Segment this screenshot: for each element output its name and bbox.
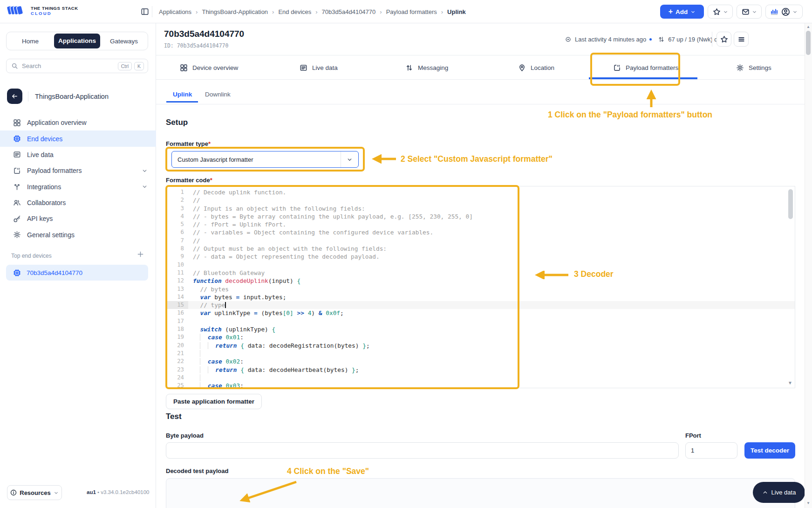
updown-icon	[405, 64, 413, 72]
formatter-code-editor[interactable]: 1// Decode uplink function.2//3// Input …	[166, 186, 795, 388]
line-number: 15	[167, 301, 188, 309]
hamburger-menu-icon	[738, 36, 745, 43]
editor-scrollbar-thumb[interactable]	[788, 189, 793, 219]
tab-label: Location	[531, 64, 554, 71]
code-line-23: 23 return { data: decodeHeartbeat(bytes)…	[167, 366, 795, 374]
search-icon	[11, 62, 18, 69]
tab-uplink[interactable]: Uplink	[173, 88, 192, 101]
editor-scroll-down-icon[interactable]: ▼	[788, 380, 792, 385]
formatter-code-label: Formatter code*	[166, 177, 212, 184]
grid-icon	[180, 64, 188, 72]
gear-icon	[736, 64, 744, 72]
breadcrumb-item-uplink[interactable]: Uplink	[447, 8, 466, 15]
back-button[interactable]	[7, 89, 22, 104]
sidebar-tab-applications[interactable]: Applications	[54, 34, 100, 48]
code-line-19: 19 case 0x01:	[167, 333, 795, 341]
scroll-down-icon[interactable]: ▼	[805, 501, 812, 505]
breadcrumb-item-end-devices[interactable]: End devices	[278, 8, 311, 15]
breadcrumb-item-applications[interactable]: Applications	[159, 8, 191, 15]
code-text: case 0x02:	[188, 357, 244, 365]
annotation-arrow-left-select	[368, 154, 398, 164]
list-icon	[13, 151, 21, 158]
add-button[interactable]: + Add	[660, 5, 704, 19]
code-token: case	[208, 334, 222, 341]
main-scrollbar-thumb[interactable]	[806, 31, 811, 55]
paste-application-formatter-button[interactable]: Paste application formatter	[166, 394, 262, 409]
test-decoder-button[interactable]: Test decoder	[744, 442, 795, 459]
breadcrumb-item-payload-formatters[interactable]: Payload formatters	[386, 8, 437, 15]
device-menu-button[interactable]	[734, 32, 749, 47]
tab-messaging[interactable]: Messaging	[405, 57, 448, 78]
line-number: 12	[167, 277, 188, 285]
chevron-down-icon	[752, 9, 757, 14]
sidebar-item-label: Application overview	[27, 119, 87, 126]
main-scrollbar[interactable]	[805, 23, 812, 508]
code-token: {	[297, 277, 300, 284]
account-menu-button[interactable]	[765, 5, 803, 19]
breadcrumb-item-70b3d5a4d4104770[interactable]: 70b3d5a4d4104770	[322, 8, 376, 15]
code-text: switch (uplinkType) {	[188, 325, 275, 333]
line-number: 22	[167, 357, 188, 365]
fport-input[interactable]	[685, 442, 737, 459]
plus-icon: +	[669, 7, 673, 16]
downlink-tab-label: Downlink	[205, 91, 231, 98]
code-text: var bytes = input.bytes;	[188, 293, 286, 301]
bookmark-device-button[interactable]	[716, 32, 731, 47]
sidebar-item-top-device[interactable]: 70b3d5a4d4104770	[6, 265, 148, 281]
resources-button[interactable]: Resources	[7, 485, 62, 500]
code-line-13: 13 // bytes	[167, 285, 795, 293]
last-activity-label: Last activity 4 minutes ago	[575, 36, 646, 43]
sidebar-item-collaborators[interactable]: Collaborators	[0, 195, 156, 211]
code-text: // Input is an object with the following…	[188, 205, 365, 213]
breadcrumb-item-thingsboard-application[interactable]: ThingsBoard-Application	[202, 8, 268, 15]
test-heading: Test	[166, 412, 182, 421]
sidebar-item-payload-formatters[interactable]: Payload formatters	[0, 163, 156, 178]
code-token: // Input is an object with the following…	[193, 205, 365, 212]
live-data-label: Live data	[771, 489, 796, 496]
formatter-type-select[interactable]: Custom Javascript formatter	[171, 151, 359, 168]
sidebar-item-general-settings[interactable]: General settings	[0, 227, 156, 242]
code-line-12: 12function decodeUplink(input) {	[167, 277, 795, 285]
code-line-1: 1// Decode uplink function.	[167, 188, 795, 196]
chevron-down-icon	[54, 490, 59, 495]
tab-device-overview[interactable]: Device overview	[180, 57, 238, 78]
code-token: 0x01	[225, 334, 240, 341]
sidebar-tab-gateways[interactable]: Gateways	[100, 38, 148, 45]
tab-location[interactable]: Location	[518, 57, 554, 78]
line-number: 17	[167, 317, 188, 325]
tab-live-data[interactable]: Live data	[300, 57, 338, 78]
select-chevron[interactable]	[341, 151, 358, 167]
line-number: 8	[167, 245, 188, 253]
code-line-6: 6// - variables = Object containing the …	[167, 228, 795, 236]
code-token: // - fPort = Uplink fPort.	[193, 221, 286, 228]
byte-payload-input[interactable]	[166, 442, 679, 459]
code-token	[208, 366, 215, 373]
live-data-floating-button[interactable]: Live data	[753, 482, 805, 503]
notifications-button[interactable]	[737, 5, 762, 19]
tab-downlink[interactable]: Downlink	[205, 88, 231, 101]
code-token: // bytes	[200, 286, 229, 293]
sidebar-item-live-data[interactable]: Live data	[0, 147, 156, 163]
code-token: bytes	[211, 294, 236, 301]
sidebar-tab-home[interactable]: Home	[7, 38, 54, 45]
sidebar-item-end-devices[interactable]: End devices	[0, 130, 156, 146]
sidebar-collapse-icon[interactable]	[141, 7, 149, 16]
tab-payload-formatters[interactable]: Payload formatters	[613, 57, 678, 78]
scroll-up-icon[interactable]: ▲	[805, 25, 812, 29]
sidebar-item-integrations[interactable]: Integrations	[0, 178, 156, 194]
add-top-device-icon[interactable]	[137, 251, 144, 258]
brand-line2: CLOUD	[31, 11, 78, 16]
sidebar-item-application-overview[interactable]: Application overview	[0, 115, 156, 130]
code-token: // - data = Object representing the deco…	[193, 253, 380, 260]
decoded-test-payload-label: Decoded test payload	[166, 467, 228, 474]
favorites-button[interactable]	[708, 5, 733, 19]
code-token: ;	[340, 309, 344, 316]
code-token: input.bytes;	[239, 294, 286, 301]
code-token: // Output must be an object with the fol…	[193, 245, 387, 252]
tab-settings[interactable]: Settings	[736, 57, 771, 78]
annotation-3-text: 3 Decoder	[574, 269, 614, 279]
subtabs-divider	[156, 104, 805, 104]
sidebar-item-api-keys[interactable]: API keys	[0, 211, 156, 227]
line-number: 21	[167, 350, 188, 357]
search-input[interactable]: Search CtrlK	[6, 59, 148, 73]
